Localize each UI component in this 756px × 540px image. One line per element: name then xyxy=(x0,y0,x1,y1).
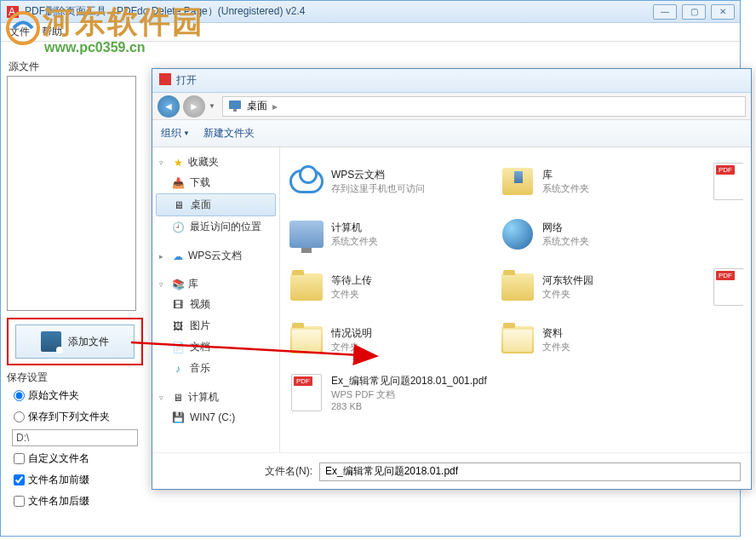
video-icon: 🎞 xyxy=(171,298,185,312)
radio-saveto-label: 保存到下列文件夹 xyxy=(28,410,110,424)
tree-recent[interactable]: 🕘最近访问的位置 xyxy=(156,216,276,238)
library-icon: 📚 xyxy=(171,278,185,291)
file-item-computer[interactable]: 计算机系统文件夹 xyxy=(287,209,498,260)
file-item-upload[interactable]: 等待上传文件夹 xyxy=(287,261,498,313)
radio-original-folder[interactable] xyxy=(14,390,25,401)
nav-back-button[interactable]: ◄ xyxy=(158,95,180,118)
tree-docs[interactable]: 📄文档 xyxy=(156,336,276,358)
tree-music[interactable]: ♪音乐 xyxy=(156,358,276,379)
file-item-partial-1[interactable] xyxy=(709,156,743,207)
tree-drive-c[interactable]: 💾WIN7 (C:) xyxy=(156,407,276,428)
globe-large-icon xyxy=(502,219,533,250)
source-files-list[interactable] xyxy=(7,76,136,311)
breadcrumb-text: 桌面 xyxy=(247,99,267,113)
breadcrumb[interactable]: 桌面 ▸ xyxy=(222,96,746,117)
file-item-situation[interactable]: 情况说明文件夹 xyxy=(287,314,498,365)
computer-icon: 🖥 xyxy=(171,391,185,405)
dialog-footer: 文件名(N): xyxy=(152,452,751,490)
dialog-titlebar[interactable]: 打开 xyxy=(152,69,751,93)
menu-file[interactable]: 文件 xyxy=(9,25,30,39)
add-file-label: 添加文件 xyxy=(68,335,109,349)
filename-input[interactable] xyxy=(319,462,741,481)
maximize-button[interactable]: ▢ xyxy=(682,4,706,20)
radio-original-label: 原始文件夹 xyxy=(28,388,79,403)
desktop-small-icon: 🖥 xyxy=(172,198,186,212)
nav-history-dropdown[interactable]: ▼ xyxy=(209,102,215,110)
file-item-hedong[interactable]: 河东软件园文件夹 xyxy=(498,261,709,313)
open-dialog: 打开 ◄ ► ▼ 桌面 ▸ 组织▼ 新建文件夹 ▿★收藏夹 📥下载 🖥桌面 🕘最… xyxy=(152,68,752,490)
add-file-highlight: 添加文件 xyxy=(7,318,143,365)
app-icon: A xyxy=(6,5,20,19)
file-item-pdf[interactable]: Ex_编辑常见问题2018.01_001.pdfWPS PDF 文档283 KB xyxy=(287,367,498,418)
file-item-ziliao[interactable]: 资料文件夹 xyxy=(498,314,709,365)
chk-custom-label: 自定义文件名 xyxy=(28,451,89,466)
image-icon: 🖼 xyxy=(171,319,185,333)
folder-open-icon xyxy=(290,326,323,353)
library-large-icon xyxy=(502,168,533,195)
folder-icon xyxy=(290,273,323,301)
drive-icon: 💾 xyxy=(171,411,185,424)
dialog-nav: ◄ ► ▼ 桌面 ▸ xyxy=(152,93,751,120)
save-settings-label: 保存设置 xyxy=(7,371,147,385)
file-item-network[interactable]: 网络系统文件夹 xyxy=(498,209,709,260)
radio-save-to-folder[interactable] xyxy=(14,411,25,422)
nav-tree: ▿★收藏夹 📥下载 🖥桌面 🕘最近访问的位置 ▸☁WPS云文档 ▿📚库 🎞视频 … xyxy=(152,147,280,452)
recent-icon: 🕘 xyxy=(171,221,185,234)
tree-images[interactable]: 🖼图片 xyxy=(156,315,276,336)
titlebar[interactable]: A PDF删除页面工具（PDFdo Delete Page）(Unregiste… xyxy=(1,1,740,23)
chk-suffix-label: 文件名加后缀 xyxy=(28,494,89,508)
star-icon: ★ xyxy=(171,156,185,169)
add-file-icon xyxy=(41,331,61,352)
nav-forward-button[interactable]: ► xyxy=(183,95,205,118)
svg-rect-5 xyxy=(229,101,241,109)
svg-text:A: A xyxy=(9,6,15,18)
files-view[interactable]: WPS云文档存到这里手机也可访问 库系统文件夹 计算机系统文件夹 网络系统文件夹… xyxy=(280,147,751,452)
file-item-library[interactable]: 库系统文件夹 xyxy=(498,156,709,207)
close-button[interactable]: ✕ xyxy=(711,4,735,20)
folder-open-icon xyxy=(501,326,534,353)
chevron-right-icon[interactable]: ▸ xyxy=(272,101,278,112)
minimize-button[interactable]: — xyxy=(653,4,677,20)
file-item-partial-2[interactable] xyxy=(709,261,743,313)
chk-add-prefix[interactable] xyxy=(14,474,25,485)
organize-menu[interactable]: 组织▼ xyxy=(161,126,190,141)
pdf-icon xyxy=(713,268,743,306)
tree-computer[interactable]: ▿🖥计算机 xyxy=(156,388,276,407)
dialog-toolbar: 组织▼ 新建文件夹 xyxy=(152,120,751,147)
new-folder-button[interactable]: 新建文件夹 xyxy=(203,126,255,141)
doc-icon: 📄 xyxy=(171,341,185,354)
menu-help[interactable]: 帮助 xyxy=(42,25,62,39)
source-files-label: 源文件 xyxy=(7,60,147,74)
tree-library[interactable]: ▿📚库 xyxy=(156,274,276,294)
window-title: PDF删除页面工具（PDFdo Delete Page）(Unregistere… xyxy=(25,4,653,19)
chk-prefix-label: 文件名加前缀 xyxy=(28,473,89,487)
tree-favorites[interactable]: ▿★收藏夹 xyxy=(156,152,276,172)
dialog-app-icon xyxy=(159,73,171,88)
chk-custom-name[interactable] xyxy=(14,453,25,464)
music-icon: ♪ xyxy=(171,362,185,376)
download-icon: 📥 xyxy=(171,176,185,190)
svg-rect-6 xyxy=(233,109,237,112)
cloud-large-icon xyxy=(289,169,324,193)
folder-icon xyxy=(501,273,534,301)
file-item-wps[interactable]: WPS云文档存到这里手机也可访问 xyxy=(287,156,498,207)
svg-rect-4 xyxy=(159,73,171,85)
cloud-icon: ☁ xyxy=(171,250,185,263)
monitor-large-icon xyxy=(289,221,324,248)
dialog-title: 打开 xyxy=(176,73,197,88)
add-file-button[interactable]: 添加文件 xyxy=(15,325,135,359)
pdf-icon xyxy=(713,163,743,200)
tree-wps[interactable]: ▸☁WPS云文档 xyxy=(156,246,276,266)
chk-add-suffix[interactable] xyxy=(14,496,25,507)
tree-desktop[interactable]: 🖥桌面 xyxy=(156,193,276,216)
tree-downloads[interactable]: 📥下载 xyxy=(156,172,276,193)
filename-label: 文件名(N): xyxy=(265,464,312,479)
save-path-input[interactable] xyxy=(12,429,138,446)
left-panel: 源文件 添加文件 保存设置 原始文件夹 保存到下列文件夹 自定义文件名 文件名加… xyxy=(7,60,147,512)
desktop-icon xyxy=(228,100,242,113)
menubar: 文件 帮助 xyxy=(1,23,740,42)
tree-video[interactable]: 🎞视频 xyxy=(156,294,276,315)
pdf-large-icon xyxy=(291,374,322,411)
